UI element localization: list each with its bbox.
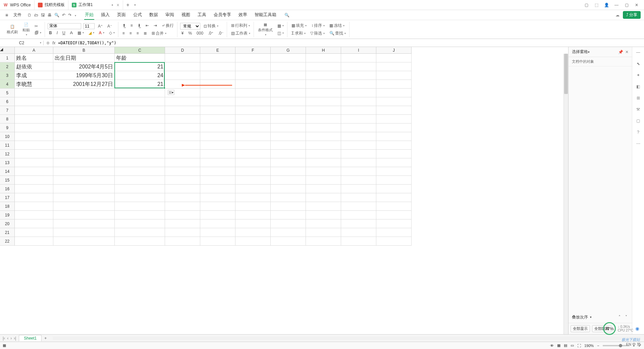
cell[interactable]: [271, 150, 306, 158]
cell[interactable]: [341, 141, 376, 150]
col-header[interactable]: F: [235, 47, 271, 54]
cell[interactable]: [271, 115, 306, 123]
cell[interactable]: [376, 62, 412, 71]
paste-button[interactable]: 📄粘贴: [21, 22, 31, 37]
cell[interactable]: [200, 97, 235, 106]
cell[interactable]: [115, 228, 165, 237]
row-header[interactable]: 15: [0, 176, 15, 185]
cell[interactable]: [200, 115, 235, 123]
cell[interactable]: [376, 211, 412, 219]
col-header[interactable]: J: [376, 47, 412, 54]
italic-icon[interactable]: I: [55, 30, 59, 36]
cell[interactable]: [376, 228, 412, 237]
cell[interactable]: [115, 132, 165, 141]
sparkle-icon[interactable]: ✦: [635, 72, 642, 79]
row-header[interactable]: 6: [0, 97, 15, 106]
cell[interactable]: [376, 106, 412, 115]
cell[interactable]: [115, 141, 165, 150]
cell[interactable]: [15, 219, 53, 228]
cell[interactable]: [165, 62, 200, 71]
cell[interactable]: [341, 167, 376, 176]
ribbon-tab-review[interactable]: 审阅: [165, 10, 175, 20]
cell[interactable]: [165, 176, 200, 185]
cell[interactable]: [376, 71, 412, 80]
cell[interactable]: [165, 185, 200, 193]
cell[interactable]: [115, 176, 165, 185]
row-header[interactable]: 22: [0, 237, 15, 246]
cell[interactable]: [165, 54, 200, 62]
cell[interactable]: [341, 228, 376, 237]
cell[interactable]: [235, 54, 271, 62]
cell[interactable]: 1999年5月30日: [53, 71, 115, 80]
cell[interactable]: [306, 115, 341, 123]
row-header[interactable]: 7: [0, 106, 15, 115]
row-header[interactable]: 5: [0, 89, 15, 97]
cell[interactable]: [165, 71, 200, 80]
increase-font-icon[interactable]: A⁺: [97, 23, 104, 29]
cell[interactable]: [235, 132, 271, 141]
ribbon-tab-formula[interactable]: 公式: [132, 10, 143, 20]
save-icon[interactable]: 🖫: [41, 13, 45, 17]
cell[interactable]: [115, 202, 165, 211]
align-top-icon[interactable]: ⬆̲: [121, 22, 127, 29]
cell[interactable]: [115, 115, 165, 123]
border-icon[interactable]: ▦: [76, 30, 85, 36]
add-sheet-button[interactable]: +: [42, 336, 49, 341]
cell[interactable]: [341, 150, 376, 158]
cell[interactable]: [376, 123, 412, 132]
row-header[interactable]: 13: [0, 158, 15, 167]
zoom-label[interactable]: 190%: [584, 344, 594, 348]
cell[interactable]: [53, 237, 115, 246]
search-icon[interactable]: 🔍: [284, 13, 289, 17]
cell[interactable]: 年龄: [115, 54, 165, 62]
cell[interactable]: [341, 54, 376, 62]
more-icon[interactable]: ⋯: [635, 140, 642, 147]
cell[interactable]: [235, 202, 271, 211]
cell[interactable]: [235, 158, 271, 167]
indent-right-icon[interactable]: ⇥: [152, 22, 158, 29]
cell[interactable]: [271, 193, 306, 202]
qat-dropdown-icon[interactable]: [74, 13, 76, 17]
cell[interactable]: [15, 185, 53, 193]
maximize-icon[interactable]: ▢: [624, 2, 629, 8]
autofill-options-button[interactable]: ☷▾: [168, 90, 174, 95]
cell[interactable]: [53, 167, 115, 176]
cell[interactable]: [235, 228, 271, 237]
cell[interactable]: [15, 89, 53, 97]
cell[interactable]: [15, 237, 53, 246]
cell[interactable]: [115, 185, 165, 193]
cell[interactable]: [165, 228, 200, 237]
move-up-icon[interactable]: ˄: [617, 314, 622, 320]
cell[interactable]: [165, 132, 200, 141]
spreadsheet-grid[interactable]: ◢ ABCDEFGHIJ 123456789101112131415161718…: [0, 47, 568, 334]
user-avatar-icon[interactable]: 👤: [604, 2, 609, 8]
hamburger-icon[interactable]: ≡: [3, 11, 10, 19]
cell[interactable]: [376, 89, 412, 97]
cell[interactable]: [200, 62, 235, 71]
cell[interactable]: [306, 89, 341, 97]
cell[interactable]: [235, 219, 271, 228]
copy-icon[interactable]: 🗐: [33, 30, 43, 36]
select-all-corner[interactable]: ◢: [0, 47, 15, 54]
cell[interactable]: [376, 141, 412, 150]
file-menu[interactable]: 文件: [11, 11, 23, 19]
cell[interactable]: [271, 106, 306, 115]
fill-button[interactable]: ▦填充: [290, 22, 308, 29]
cell[interactable]: [341, 89, 376, 97]
cell[interactable]: [115, 219, 165, 228]
cell[interactable]: [15, 176, 53, 185]
wrap-button[interactable]: ⤶换行: [160, 22, 175, 29]
status-icon[interactable]: ▦: [3, 343, 6, 348]
cell[interactable]: [306, 158, 341, 167]
currency-icon[interactable]: ¥: [180, 30, 185, 36]
cell[interactable]: [306, 106, 341, 115]
cell[interactable]: [200, 237, 235, 246]
cell[interactable]: [271, 228, 306, 237]
cut-icon[interactable]: ✂: [33, 23, 43, 29]
ribbon-tab-view[interactable]: 视图: [181, 10, 191, 20]
cell[interactable]: 21: [115, 80, 165, 89]
chart-icon[interactable]: ⊞: [635, 95, 642, 101]
convert-button[interactable]: ⊡转换: [202, 22, 220, 30]
cell[interactable]: [271, 167, 306, 176]
ribbon-tab-data[interactable]: 数据: [149, 10, 159, 20]
